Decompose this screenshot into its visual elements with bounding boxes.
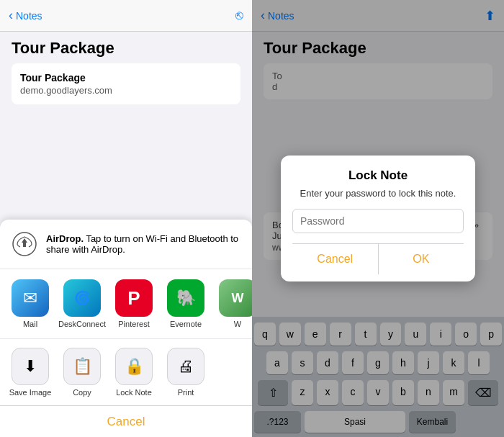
lock-note-icon: 🔒 bbox=[115, 348, 153, 385]
left-back-button[interactable]: ‹ Notes bbox=[9, 8, 42, 23]
app-more-label: W bbox=[234, 320, 241, 328]
pinterest-icon: P bbox=[115, 279, 153, 317]
cancel-label: Cancel bbox=[107, 415, 145, 429]
app-more[interactable]: W W bbox=[215, 279, 252, 328]
app-pinterest-label: Pinterest bbox=[118, 320, 149, 328]
modal-body: Lock Note Enter your password to lock th… bbox=[281, 156, 475, 281]
left-back-chevron-icon: ‹ bbox=[9, 8, 13, 23]
action-lock-note[interactable]: 🔒 Lock Note bbox=[111, 348, 157, 397]
airdrop-icon bbox=[12, 230, 37, 258]
print-label: Print bbox=[178, 388, 194, 397]
copy-label: Copy bbox=[73, 388, 91, 397]
app-deskconnect-label: DeskConnect bbox=[58, 320, 106, 328]
actions-row: ⬇ Save Image 📋 Copy 🔒 Lock Note 🖨 Print bbox=[0, 339, 252, 405]
right-panel: ‹ Notes ⬆ Tour Package Tod Lock Note Ent… bbox=[252, 0, 504, 437]
airdrop-text: AirDrop. Tap to turn on Wi-Fi and Blueto… bbox=[46, 233, 240, 255]
left-card-url: demo.goodlayers.com bbox=[20, 85, 232, 96]
apps-row: ✉ Mail 🌀 DeskConnect P Pinterest 🐘 Evern… bbox=[0, 269, 252, 339]
airdrop-row[interactable]: AirDrop. Tap to turn on Wi-Fi and Blueto… bbox=[0, 220, 252, 269]
modal-title: Lock Note bbox=[292, 168, 464, 183]
deskconnect-icon: 🌀 bbox=[63, 279, 101, 317]
left-panel: ‹ Notes ⎋ Tour Package Tour Package demo… bbox=[0, 0, 252, 437]
action-print[interactable]: 🖨 Print bbox=[163, 348, 209, 397]
left-nav-bar: ‹ Notes ⎋ bbox=[0, 0, 252, 32]
modal-subtitle: Enter your password to lock this note. bbox=[292, 187, 464, 200]
save-image-icon: ⬇ bbox=[12, 348, 49, 385]
modal-cancel-button[interactable]: Cancel bbox=[292, 244, 379, 274]
save-image-label: Save Image bbox=[9, 388, 52, 397]
app-evernote-label: Evernote bbox=[170, 320, 202, 328]
mail-icon: ✉ bbox=[12, 279, 49, 317]
app-pinterest[interactable]: P Pinterest bbox=[111, 279, 157, 328]
action-save-image[interactable]: ⬇ Save Image bbox=[7, 348, 53, 397]
modal-overlay: Lock Note Enter your password to lock th… bbox=[252, 0, 504, 437]
app-deskconnect[interactable]: 🌀 DeskConnect bbox=[59, 279, 105, 328]
evernote-icon: 🐘 bbox=[167, 279, 204, 317]
left-content-card: Tour Package demo.goodlayers.com bbox=[12, 63, 240, 104]
left-card-title: Tour Package bbox=[20, 72, 232, 84]
cancel-bar[interactable]: Cancel bbox=[0, 405, 252, 437]
svg-marker-1 bbox=[22, 238, 27, 247]
app-mail-label: Mail bbox=[23, 320, 37, 328]
copy-icon: 📋 bbox=[63, 348, 101, 385]
app-evernote[interactable]: 🐘 Evernote bbox=[163, 279, 209, 328]
modal-buttons: Cancel OK bbox=[292, 243, 464, 274]
lock-note-dialog: Lock Note Enter your password to lock th… bbox=[281, 156, 475, 281]
app-mail[interactable]: ✉ Mail bbox=[7, 279, 53, 328]
password-input[interactable] bbox=[292, 209, 464, 233]
more-icon: W bbox=[219, 279, 252, 317]
left-page-title: Tour Package bbox=[0, 32, 252, 63]
modal-ok-button[interactable]: OK bbox=[379, 244, 464, 274]
left-back-label: Notes bbox=[16, 10, 42, 22]
lock-note-label: Lock Note bbox=[116, 388, 152, 397]
left-share-icon[interactable]: ⎋ bbox=[235, 8, 243, 23]
share-sheet: AirDrop. Tap to turn on Wi-Fi and Blueto… bbox=[0, 220, 252, 405]
action-copy[interactable]: 📋 Copy bbox=[59, 348, 105, 397]
print-icon: 🖨 bbox=[167, 348, 204, 385]
